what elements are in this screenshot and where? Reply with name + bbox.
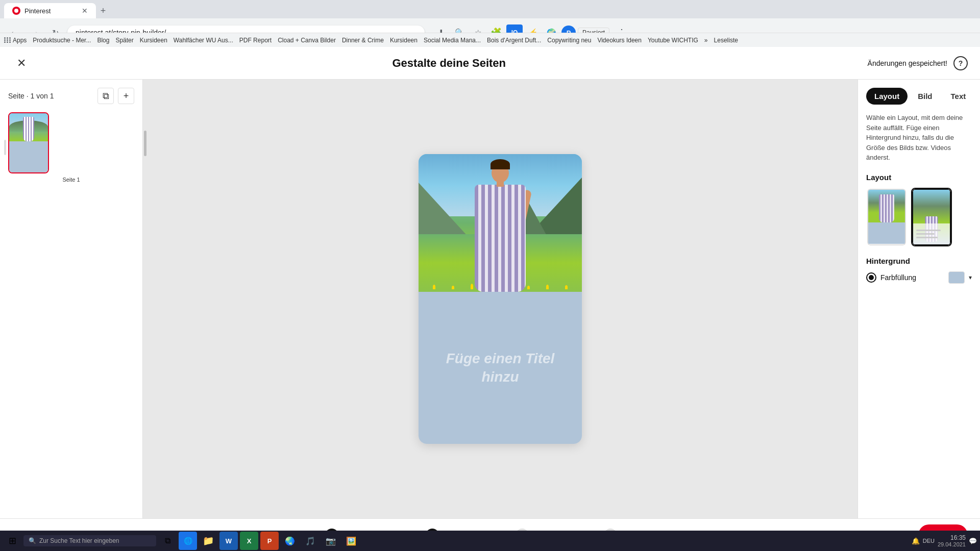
- notification-icon[interactable]: 🔔: [912, 537, 920, 545]
- thumb-image-top: [9, 113, 48, 141]
- close-button[interactable]: ✕: [12, 54, 31, 72]
- bookmark-produktsuche[interactable]: Produktsuche - Mer...: [33, 37, 91, 44]
- tab-title: Pinterest: [24, 7, 78, 15]
- new-tab-button[interactable]: +: [96, 4, 110, 18]
- taskbar-excel[interactable]: X: [240, 532, 258, 550]
- bookmark-bois[interactable]: Bois d'Argent Duft...: [487, 37, 541, 44]
- time-display: 16:35 29.04.2021: [938, 534, 966, 547]
- background-row: Farbfüllung ▾: [866, 271, 972, 284]
- bookmark-videokurs[interactable]: Videokurs Ideen: [597, 37, 642, 44]
- tab-bild[interactable]: Bild: [910, 88, 940, 105]
- layout-options: [866, 188, 972, 246]
- story-image: [419, 154, 582, 292]
- taskbar-search-label: Zur Suche Text hier eingeben: [39, 537, 119, 544]
- clock-date: 29.04.2021: [938, 541, 966, 547]
- taskbar-chrome[interactable]: 🌐: [179, 532, 197, 550]
- left-sidebar: Seite · 1 von 1 ⧉ +: [0, 80, 143, 518]
- bookmark-apps[interactable]: Apps: [4, 37, 27, 44]
- taskbar-search[interactable]: 🔍 Zur Suche Text hier eingeben: [23, 535, 156, 546]
- notification-center[interactable]: 💬: [969, 537, 977, 545]
- bookmark-wahlfacher[interactable]: Wahlfächer WU Aus...: [174, 37, 233, 44]
- bookmark-spaeter[interactable]: Später: [115, 37, 133, 44]
- layout-section-label: Layout: [866, 173, 972, 182]
- clock-time: 16:35: [950, 534, 966, 541]
- bookmarks-bar: Apps Produktsuche - Mer... Blog Später K…: [0, 33, 980, 47]
- bookmark-youtube[interactable]: Youtube WICHTIG: [648, 37, 698, 44]
- taskbar-explorer[interactable]: 📁: [199, 532, 217, 550]
- app-window: ✕ Gestalte deine Seiten Änderungen gespe…: [0, 47, 980, 551]
- bookmark-leseliste[interactable]: Leseliste: [714, 37, 738, 44]
- thumb-image-bottom: [9, 141, 48, 173]
- saved-status: Änderungen gespeichert!: [868, 59, 947, 67]
- system-tray: 🔔 DEU 16:35 29.04.2021 💬: [912, 534, 977, 547]
- dropdown-arrow-icon[interactable]: ▾: [969, 274, 972, 281]
- canvas-area[interactable]: Füge einen Titelhinzu: [143, 80, 857, 518]
- tab-bar: Pinterest ✕ +: [0, 0, 980, 18]
- sidebar-label: Seite · 1 von 1: [8, 92, 54, 100]
- bookmark-dinner[interactable]: Dinner & Crime: [342, 37, 384, 44]
- story-title-placeholder[interactable]: Füge einen Titelhinzu: [446, 349, 555, 387]
- taskbar-browser2[interactable]: 🌏: [281, 532, 299, 550]
- app-header: ✕ Gestalte deine Seiten Änderungen gespe…: [0, 47, 980, 80]
- bookmark-kursideen1[interactable]: Kursideen: [140, 37, 167, 44]
- add-page-button[interactable]: +: [118, 88, 134, 104]
- radio-inner: [869, 275, 874, 280]
- farbfullung-radio[interactable]: [866, 272, 876, 283]
- bookmark-kursideen2[interactable]: Kursideen: [390, 37, 418, 44]
- help-button[interactable]: ?: [953, 56, 968, 70]
- search-icon: 🔍: [29, 537, 36, 544]
- taskbar: ⊞ 🔍 Zur Suche Text hier eingeben ⧉ 🌐 📁 W…: [0, 531, 980, 551]
- bookmark-canva[interactable]: Cload + Canva Bilder: [278, 37, 336, 44]
- page-title: Gestalte deine Seiten: [31, 57, 868, 70]
- task-view-button[interactable]: ⧉: [158, 532, 177, 550]
- story-card[interactable]: Füge einen Titelhinzu: [419, 154, 582, 444]
- panel-tabs: Layout Bild Text: [866, 88, 972, 105]
- background-section-label: Hintergrund: [866, 257, 972, 265]
- bookmark-social[interactable]: Social Media Mana...: [424, 37, 481, 44]
- tab-favicon: [12, 7, 20, 15]
- taskbar-word[interactable]: W: [219, 532, 238, 550]
- duplicate-page-button[interactable]: ⧉: [97, 88, 114, 104]
- sidebar-header: Seite · 1 von 1 ⧉ +: [8, 88, 134, 104]
- bookmark-copywriting[interactable]: Copywriting neu: [547, 37, 591, 44]
- taskbar-app2[interactable]: 🖼️: [342, 532, 360, 550]
- layout-option-2[interactable]: [911, 188, 952, 246]
- taskbar-camera[interactable]: 📷: [322, 532, 340, 550]
- tab-layout[interactable]: Layout: [866, 88, 908, 105]
- right-panel: Layout Bild Text Wähle ein Layout, mit d…: [857, 80, 980, 518]
- taskbar-spotify[interactable]: 🎵: [301, 532, 320, 550]
- layout-option-1[interactable]: [866, 188, 907, 246]
- active-tab[interactable]: Pinterest ✕: [4, 3, 96, 18]
- windows-start-button[interactable]: ⊞: [3, 532, 21, 550]
- page-thumbnail-label: Seite 1: [8, 177, 134, 183]
- scroll-indicator: [4, 140, 6, 155]
- bookmark-pdf[interactable]: PDF Report: [239, 37, 272, 44]
- main-content: Seite · 1 von 1 ⧉ +: [0, 80, 980, 518]
- page-thumbnail-wrapper: Seite 1: [8, 112, 134, 183]
- tab-close-button[interactable]: ✕: [82, 7, 88, 15]
- page-thumbnail[interactable]: [8, 112, 49, 173]
- canvas-scrollbar[interactable]: [143, 80, 147, 518]
- bookmark-blog[interactable]: Blog: [97, 37, 109, 44]
- color-swatch[interactable]: [948, 271, 965, 284]
- tab-text[interactable]: Text: [943, 88, 974, 105]
- taskbar-ppt[interactable]: P: [260, 532, 279, 550]
- panel-description: Wähle ein Layout, mit dem deine Seite au…: [866, 113, 972, 163]
- story-text-area[interactable]: Füge einen Titelhinzu: [419, 292, 582, 444]
- lang-indicator: DEU: [923, 538, 935, 544]
- farbfullung-label: Farbfüllung: [880, 273, 944, 282]
- bookmark-more[interactable]: »: [704, 37, 708, 44]
